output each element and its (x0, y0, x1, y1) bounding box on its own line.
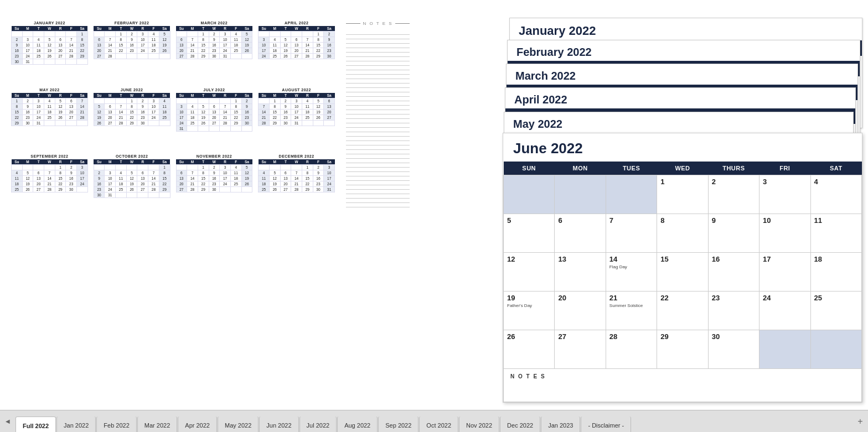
tab-may-2022[interactable]: May 2022 (218, 417, 259, 432)
mini-cal-day: 20 (209, 114, 220, 120)
tab-dec-2022[interactable]: Dec 2022 (500, 417, 540, 432)
tab-jun-2022[interactable]: Jun 2022 (259, 417, 298, 432)
mini-cal-day: 1 (12, 98, 23, 103)
mini-cal-day: 7 (302, 37, 313, 43)
mini-cal-day: 1 (198, 32, 209, 37)
mini-cal-day: 22 (230, 114, 241, 120)
june-day-cell (810, 330, 861, 369)
mini-cal-day: 13 (176, 176, 187, 181)
mini-cal-day: 2 (209, 165, 220, 170)
june-day-num: 12 (507, 255, 515, 263)
june-day-num: 21 (609, 294, 617, 302)
mini-cal-day: 9 (209, 37, 220, 43)
mini-cal-day (77, 59, 88, 65)
mini-cal-day: 11 (230, 37, 241, 43)
june-day-cell: 30 (708, 330, 759, 369)
mini-cal-day: 17 (33, 109, 44, 114)
mini-cal-day (137, 54, 148, 59)
mini-cal-header: M (22, 26, 33, 32)
mini-cal-day: 8 (198, 37, 209, 43)
mini-cal-day: 20 (176, 181, 187, 187)
mini-cal-day: 19 (198, 114, 209, 120)
june-notes-row: N O T E S (504, 369, 862, 402)
tab-mar-2022[interactable]: Mar 2022 (137, 417, 177, 432)
mini-cal-day: 12 (159, 37, 170, 43)
mini-cal-day: 14 (116, 109, 127, 114)
june-day-cell: 22 (657, 292, 708, 330)
tab-add-button[interactable]: + (852, 414, 868, 429)
tab-prev-button[interactable]: ◀ (0, 410, 16, 433)
mini-cal-day (33, 32, 44, 37)
tab-bar[interactable]: ◀ Full 2022Jan 2022Feb 2022Mar 2022Apr 2… (0, 410, 868, 432)
june-day-num: 29 (660, 332, 668, 341)
june-day-num: 1 (660, 178, 664, 186)
june-week-row: 1234 (504, 175, 862, 214)
tab-jan-2023[interactable]: Jan 2023 (541, 417, 580, 432)
mini-cal-day: 18 (12, 181, 23, 187)
june-day-cell: 4 (810, 175, 861, 214)
june-day-num: 3 (763, 178, 767, 186)
mini-cal-day (241, 187, 252, 192)
mini-cal-header: T (116, 159, 127, 165)
tab-jan-2022[interactable]: Jan 2022 (56, 417, 96, 432)
june-day-cell: 14Flag Day (606, 253, 657, 292)
mini-cal-day: 24 (137, 48, 148, 54)
tab-feb-2022[interactable]: Feb 2022 (96, 417, 136, 432)
june-calendar: June 2022 SUN MON TUES WED THURS FRI SAT… (503, 133, 862, 403)
tab-jul-2022[interactable]: Jul 2022 (299, 417, 337, 432)
tab-nov-2022[interactable]: Nov 2022 (459, 417, 499, 432)
june-day-cell: 19Father's Day (504, 292, 555, 330)
mini-cal-day: 10 (77, 170, 88, 176)
mini-cal-header: Sa (324, 93, 335, 98)
mini-cal-day: 28 (66, 54, 77, 59)
mini-cal-header: M (105, 159, 116, 165)
mini-cal-day (77, 187, 88, 192)
mini-cal-day: 11 (116, 176, 127, 181)
mini-cal-day: 2 (94, 170, 105, 176)
tab-apr-2022[interactable]: Apr 2022 (178, 417, 217, 432)
mini-cal-day: 27 (209, 120, 220, 126)
mini-cal-day: 27 (33, 187, 44, 192)
mini-cal-header: R (302, 93, 313, 98)
mini-cal-day: 12 (94, 109, 105, 114)
mini-cal-day: 24 (176, 120, 187, 126)
mini-cal-day: 7 (187, 170, 198, 176)
mini-cal-day: 30 (241, 120, 252, 126)
june-day-cell: 20 (555, 292, 606, 330)
mini-cal-day: 19 (159, 43, 170, 48)
mini-cal-header: R (220, 93, 231, 98)
tab---disclaimer--[interactable]: - Disclaimer - (581, 417, 631, 432)
mini-cal-day: 22 (77, 48, 88, 54)
mini-cal-day: 13 (137, 176, 148, 181)
june-day-cell: 16 (708, 253, 759, 292)
mini-cal-day: 20 (137, 181, 148, 187)
mini-cal-title: MARCH 2022 (176, 21, 253, 25)
mini-cal-day: 12 (269, 176, 280, 181)
mini-cal-title: JUNE 2022 (94, 88, 170, 92)
tab-sep-2022[interactable]: Sep 2022 (378, 417, 418, 432)
mini-cal-day: 24 (324, 181, 335, 187)
june-day-cell: 17 (760, 253, 810, 292)
mini-cal-day (33, 165, 44, 170)
mini-cal-title: JULY 2022 (176, 88, 253, 92)
mini-cal-day: 22 (55, 181, 66, 187)
tab-aug-2022[interactable]: Aug 2022 (337, 417, 378, 432)
june-day-cell (760, 330, 810, 369)
mini-cal-day: 21 (259, 114, 270, 120)
tab-full-2022[interactable]: Full 2022 (16, 417, 56, 432)
mini-cal-day: 4 (159, 98, 170, 103)
mini-cal-day: 25 (187, 120, 198, 126)
june-day-num: 26 (507, 332, 515, 341)
mini-cal-header: R (302, 159, 313, 165)
mini-cal-day: 2 (324, 32, 335, 37)
mini-cal-day: 15 (313, 43, 324, 48)
mini-cal-day: 29 (198, 54, 209, 59)
mini-cal-day: 9 (66, 170, 77, 176)
mini-cal-day: 16 (12, 48, 23, 54)
mini-cal-table: SuMTWRFSa1234567891011121314151617181920… (258, 26, 335, 59)
mini-cal-day: 31 (291, 120, 302, 126)
mini-cal-day: 19 (55, 109, 66, 114)
tab-oct-2022[interactable]: Oct 2022 (419, 417, 458, 432)
mini-cal-day: 6 (209, 103, 220, 109)
mini-cal-day: 21 (77, 109, 88, 114)
